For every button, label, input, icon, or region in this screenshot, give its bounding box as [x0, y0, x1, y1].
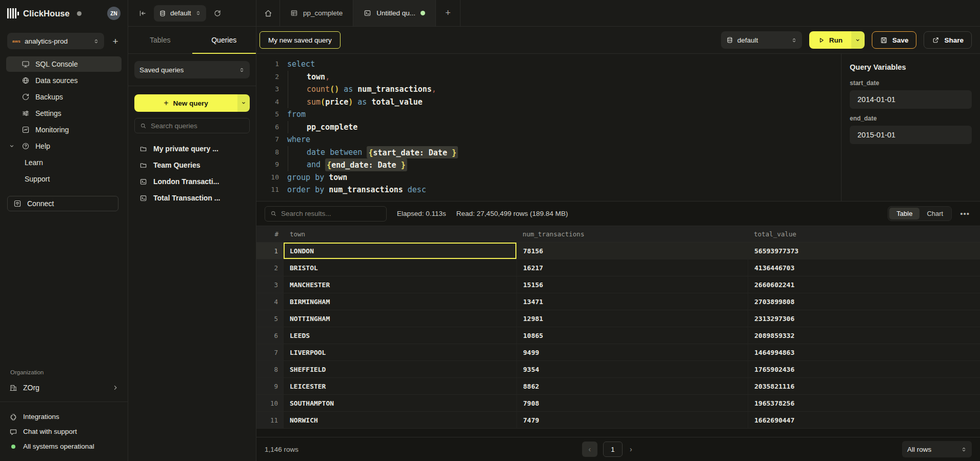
tab-queries[interactable]: Queries	[192, 27, 256, 53]
cell-town[interactable]: NORWICH	[284, 412, 516, 428]
cell-town[interactable]: LONDON	[284, 243, 516, 259]
code-line[interactable]: 7where	[256, 133, 841, 146]
cell-town[interactable]: SHEFFIELD	[284, 361, 516, 377]
more-options-icon[interactable]: •••	[958, 209, 972, 218]
saved-queries-scope-selector[interactable]: Saved queries	[134, 61, 250, 78]
avatar[interactable]: ZN	[107, 7, 121, 20]
run-database-selector[interactable]: default	[721, 31, 802, 49]
code-line[interactable]: 6pp_complete	[256, 121, 841, 134]
cell-num_transactions[interactable]: 13471	[516, 293, 748, 310]
cell-num_transactions[interactable]: 16217	[516, 259, 748, 276]
search-queries-input[interactable]	[151, 122, 244, 130]
code-line[interactable]: 5from	[256, 108, 841, 121]
cell-town[interactable]: BRISTOL	[284, 259, 516, 276]
column-header-num-transactions[interactable]: num_transactions	[516, 226, 748, 242]
code-line[interactable]: 8date between {start_date: Date }	[256, 146, 841, 159]
cell-town[interactable]: BIRMINGHAM	[284, 293, 516, 310]
database-selector[interactable]: default	[154, 5, 206, 22]
new-tab-button[interactable]: +	[436, 0, 461, 26]
cell-num_transactions[interactable]: 15156	[516, 276, 748, 293]
cell-num_transactions[interactable]: 7479	[516, 412, 748, 428]
next-page-button[interactable]: ›	[628, 445, 634, 453]
cell-num_transactions[interactable]: 78156	[516, 243, 748, 259]
view-tab-chart[interactable]: Chart	[919, 208, 950, 219]
page-number-input[interactable]: 1	[603, 442, 623, 457]
column-header-town[interactable]: town	[284, 226, 516, 242]
save-button[interactable]: Save	[872, 31, 917, 49]
home-button[interactable]	[256, 0, 280, 26]
share-button[interactable]: Share	[924, 31, 972, 49]
page-size-selector[interactable]: All rows	[902, 441, 972, 457]
collapse-sidebar-icon[interactable]	[138, 9, 147, 17]
cell-town[interactable]: LEEDS	[284, 327, 516, 344]
code-line[interactable]: 9and {end_date: Date }	[256, 158, 841, 171]
system-status-item[interactable]: All systems operational	[6, 439, 122, 454]
cell-num_transactions[interactable]: 7908	[516, 395, 748, 411]
run-options-button[interactable]	[851, 31, 865, 49]
cell-num_transactions[interactable]: 8862	[516, 378, 748, 394]
tab-untitled-query[interactable]: Untitled qu...	[353, 0, 436, 26]
column-header-total-value[interactable]: total_value	[748, 226, 980, 242]
search-results-input[interactable]	[281, 210, 381, 217]
organization-item[interactable]: ZOrg	[6, 380, 122, 395]
list-item-total-transaction[interactable]: Total Transaction ...	[134, 190, 250, 206]
sidebar-item-backups[interactable]: Backups	[6, 89, 122, 105]
cell-num_transactions[interactable]: 9354	[516, 361, 748, 377]
start-date-input[interactable]	[850, 90, 972, 109]
sidebar-item-sql-console[interactable]: SQL Console	[6, 56, 122, 72]
tab-tables[interactable]: Tables	[128, 27, 192, 53]
view-tab-table[interactable]: Table	[889, 208, 919, 219]
cell-town[interactable]: LIVERPOOL	[284, 344, 516, 360]
cell-town[interactable]: NOTTINGHAM	[284, 310, 516, 327]
tab-pp-complete[interactable]: pp_complete	[280, 0, 353, 26]
line-number: 3	[256, 83, 279, 96]
cell-total_value[interactable]: 1965378256	[748, 395, 980, 411]
connect-button[interactable]: Connect	[7, 196, 118, 211]
code-line[interactable]: 11order by num_transactions desc	[256, 184, 841, 196]
sidebar-item-learn[interactable]: Learn	[6, 155, 122, 170]
code-line[interactable]: 2town,	[256, 71, 841, 84]
new-query-button[interactable]: + New query	[134, 94, 237, 112]
cell-town[interactable]: MANCHESTER	[284, 276, 516, 293]
cell-total_value[interactable]: 2660602241	[748, 276, 980, 293]
code-line[interactable]: 10group by town	[256, 171, 841, 184]
cell-town[interactable]: LEICESTER	[284, 378, 516, 394]
code-line[interactable]: 1select	[256, 58, 841, 71]
sidebar-item-settings[interactable]: Settings	[6, 106, 122, 121]
cell-town[interactable]: SOUTHAMPTON	[284, 395, 516, 411]
sidebar-item-help[interactable]: Help	[6, 138, 122, 154]
cell-num_transactions[interactable]: 9499	[516, 344, 748, 360]
cell-num_transactions[interactable]: 12981	[516, 310, 748, 327]
saved-query-name-chip[interactable]: My new saved query	[259, 31, 341, 49]
end-date-input[interactable]	[850, 126, 972, 144]
sql-editor[interactable]: 1select2town,3count() as num_transaction…	[256, 54, 841, 201]
cell-total_value[interactable]: 1464994863	[748, 344, 980, 360]
cell-num_transactions[interactable]: 10865	[516, 327, 748, 344]
refresh-icon[interactable]	[213, 9, 222, 17]
code-line[interactable]: 4sum(price) as total_value	[256, 96, 841, 109]
new-query-options-button[interactable]	[237, 94, 250, 112]
previous-page-button[interactable]: ‹	[582, 442, 597, 457]
cell-total_value[interactable]: 2313297306	[748, 310, 980, 327]
chat-support-item[interactable]: Chat with support	[6, 424, 122, 439]
sidebar-item-support[interactable]: Support	[6, 171, 122, 187]
cell-total_value[interactable]: 1765902436	[748, 361, 980, 377]
sidebar-item-monitoring[interactable]: Monitoring	[6, 122, 122, 137]
add-workspace-button[interactable]: +	[110, 36, 121, 46]
cell-total_value[interactable]: 4136446703	[748, 259, 980, 276]
line-number: 10	[256, 171, 279, 184]
list-item-my-private-query[interactable]: My private query ...	[134, 141, 250, 157]
list-item-london-transactions[interactable]: London Transacti...	[134, 173, 250, 190]
cell-total_value[interactable]: 1662690447	[748, 412, 980, 428]
list-item-team-queries[interactable]: Team Queries	[134, 157, 250, 173]
workspace-selector[interactable]: aws analytics-prod	[7, 33, 104, 49]
cell-total_value[interactable]: 2089859332	[748, 327, 980, 344]
column-header-index[interactable]: #	[256, 226, 284, 242]
cell-total_value[interactable]: 2703899808	[748, 293, 980, 310]
cell-total_value[interactable]: 2035821116	[748, 378, 980, 394]
integrations-item[interactable]: Integrations	[6, 409, 122, 424]
run-button[interactable]: Run	[809, 31, 851, 49]
sidebar-item-data-sources[interactable]: Data sources	[6, 73, 122, 88]
cell-total_value[interactable]: 56593977373	[748, 243, 980, 259]
code-line[interactable]: 3count() as num_transactions,	[256, 83, 841, 96]
